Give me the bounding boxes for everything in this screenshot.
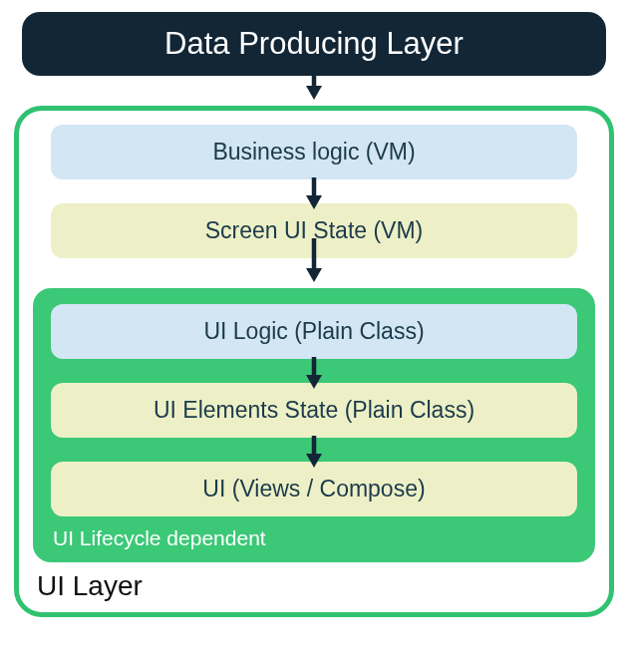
arrow-top-to-outer (14, 56, 614, 84)
svg-marker-3 (306, 195, 322, 209)
business-logic-label: Business logic (VM) (212, 139, 415, 165)
ui-lifecycle-dependent-label: UI Lifecycle dependent (35, 516, 593, 552)
ui-layer-label: UI Layer (33, 562, 595, 602)
ui-views-compose-label: UI (Views / Compose) (202, 476, 425, 502)
svg-marker-1 (306, 86, 322, 100)
ui-lifecycle-container: UI Logic (Plain Class) UI Elements State… (33, 288, 595, 562)
arrow-bl-to-screen (33, 177, 595, 205)
ui-elements-state-label: UI Elements State (Plain Class) (154, 397, 474, 423)
ui-views-compose-box: UI (Views / Compose) (51, 462, 577, 516)
business-logic-box: Business logic (VM) (51, 125, 577, 179)
svg-marker-9 (306, 454, 322, 468)
arrow-screen-to-inner (33, 238, 595, 266)
arrow-elements-to-ui (35, 436, 593, 464)
svg-marker-7 (306, 375, 322, 389)
ui-elements-state-box: UI Elements State (Plain Class) (51, 383, 577, 438)
ui-layer-container: Business logic (VM) Screen UI State (VM)… (14, 106, 614, 617)
svg-marker-5 (306, 268, 322, 282)
ui-logic-box: UI Logic (Plain Class) (51, 304, 577, 359)
ui-logic-label: UI Logic (Plain Class) (203, 318, 424, 344)
arrow-logic-to-elements (35, 357, 593, 385)
